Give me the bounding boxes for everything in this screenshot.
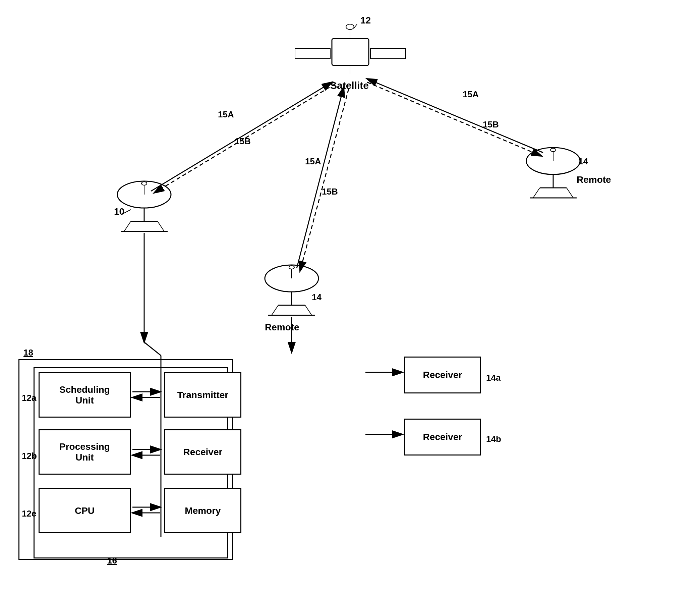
remote-receiver2-box: Receiver [404, 419, 481, 455]
transmitter-label: Transmitter [177, 390, 229, 400]
svg-rect-5 [332, 39, 369, 65]
svg-line-49 [300, 89, 349, 271]
svg-point-16 [141, 182, 147, 185]
remote-receiver1-box: Receiver [404, 357, 481, 393]
processing-unit-label: Processing Unit [59, 441, 110, 463]
svg-line-20 [158, 221, 164, 231]
svg-text:14: 14 [578, 156, 588, 166]
svg-text:Remote: Remote [265, 322, 299, 332]
svg-text:15B: 15B [322, 186, 338, 197]
svg-line-65 [144, 342, 161, 356]
svg-text:Satellite: Satellite [330, 80, 369, 91]
svg-point-9 [346, 24, 354, 30]
svg-line-52 [367, 79, 543, 153]
diagram-container: 12 Satellite 10 Remote 14 [0, 0, 700, 590]
svg-line-53 [367, 82, 541, 156]
svg-text:15B: 15B [483, 119, 499, 129]
svg-rect-7 [370, 49, 406, 59]
svg-text:15A: 15A [218, 109, 234, 119]
svg-text:14: 14 [312, 292, 322, 302]
svg-text:14a: 14a [486, 373, 501, 383]
svg-text:15B: 15B [235, 136, 251, 146]
remote-receiver1-label: Receiver [423, 370, 462, 380]
svg-line-39 [533, 188, 540, 198]
scheduling-unit-box: Scheduling Unit [39, 372, 131, 418]
svg-line-30 [305, 305, 312, 315]
svg-text:14b: 14b [486, 434, 501, 444]
receiver-hub-label: Receiver [183, 447, 223, 458]
svg-line-29 [272, 305, 278, 315]
svg-line-19 [124, 221, 131, 231]
transmitter-box: Transmitter [164, 372, 241, 418]
receiver-hub-box: Receiver [164, 429, 241, 475]
cpu-label: CPU [75, 505, 95, 516]
processing-unit-box: Processing Unit [39, 429, 131, 475]
cpu-box: CPU [39, 488, 131, 533]
svg-point-36 [550, 148, 556, 152]
svg-text:12: 12 [360, 15, 371, 25]
svg-text:15A: 15A [305, 156, 321, 166]
memory-label: Memory [185, 505, 221, 516]
scheduling-unit-label: Scheduling Unit [59, 384, 110, 406]
svg-text:Remote: Remote [577, 174, 611, 185]
remote-receiver2-label: Receiver [423, 432, 462, 442]
svg-point-26 [289, 266, 294, 269]
svg-text:15A: 15A [463, 89, 479, 99]
svg-rect-6 [295, 49, 330, 59]
memory-box: Memory [164, 488, 241, 533]
svg-line-40 [567, 188, 573, 198]
svg-text:10: 10 [114, 206, 124, 217]
svg-line-48 [297, 87, 344, 268]
svg-text:18: 18 [23, 347, 33, 358]
